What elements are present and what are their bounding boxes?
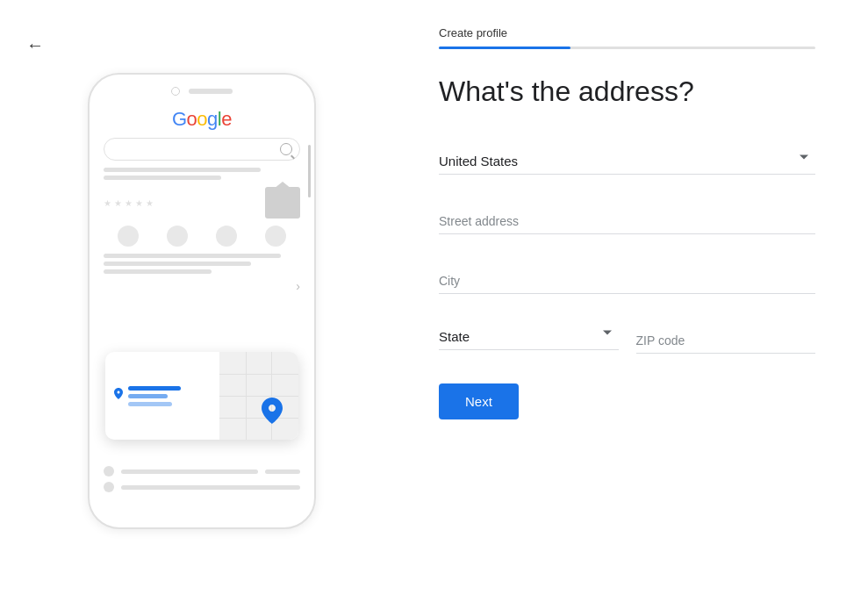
- progress-label: Create profile: [439, 26, 815, 39]
- progress-bar-container: [439, 47, 815, 49]
- line1: [104, 168, 261, 172]
- city-field: [439, 255, 815, 294]
- country-field: United States Canada United Kingdom Aust…: [439, 140, 815, 175]
- phone-content-lines2: [104, 254, 300, 274]
- zip-field: [636, 315, 816, 354]
- stars-row: ★ ★ ★ ★ ★: [104, 187, 300, 219]
- back-button[interactable]: ←: [26, 35, 44, 55]
- shop-icon: [265, 187, 300, 219]
- location-pin-icon: [114, 388, 123, 399]
- state-field: State Alabama Alaska Arizona California …: [439, 315, 619, 354]
- phone-camera: [171, 87, 180, 96]
- line2: [104, 176, 221, 180]
- search-icon: [280, 143, 292, 155]
- phone-scrollbar: [308, 145, 311, 197]
- map-card-left: [105, 352, 219, 440]
- action-icon-2: [167, 226, 188, 247]
- action-icon-4: [265, 226, 286, 247]
- phone-screen-content: Google ★ ★ ★ ★ ★: [90, 101, 314, 527]
- map-thumbnail: [219, 352, 298, 440]
- phone-top-bar: [90, 75, 314, 101]
- back-arrow-icon: ←: [26, 35, 44, 54]
- star-rating: ★ ★ ★ ★ ★: [104, 198, 154, 207]
- location-pin-row: [114, 386, 211, 406]
- google-logo: Google: [104, 108, 300, 131]
- address-form: United States Canada United Kingdom Aust…: [439, 140, 815, 419]
- state-select-wrapper[interactable]: State Alabama Alaska Arizona California …: [439, 315, 619, 350]
- chevron-right-icon: ›: [104, 279, 300, 293]
- action-icon-1: [118, 226, 139, 247]
- map-pin-large-icon: [262, 398, 283, 427]
- phone-search-bar: [104, 138, 300, 161]
- action-icon-3: [216, 226, 237, 247]
- phone-speaker: [189, 89, 233, 94]
- progress-bar-fill: [439, 47, 570, 49]
- phone-illustration: Google ★ ★ ★ ★ ★: [88, 73, 316, 529]
- map-card: [105, 352, 298, 440]
- city-input[interactable]: [439, 255, 815, 294]
- phone-bottom-rows: [90, 466, 314, 492]
- phone-action-icons: [104, 226, 300, 247]
- progress-header: Create profile: [439, 26, 815, 49]
- street-address-field: [439, 196, 815, 234]
- next-button[interactable]: Next: [439, 383, 519, 419]
- street-address-input[interactable]: [439, 196, 815, 234]
- country-select[interactable]: United States Canada United Kingdom Aust…: [439, 140, 815, 174]
- form-title: What's the address?: [439, 75, 815, 108]
- right-panel: Create profile What's the address? Unite…: [404, 0, 868, 602]
- state-select[interactable]: State Alabama Alaska Arizona California …: [439, 315, 619, 349]
- phone-content-lines: [104, 168, 300, 180]
- state-zip-row: State Alabama Alaska Arizona California …: [439, 315, 815, 354]
- map-card-text-lines: [128, 386, 181, 406]
- country-select-wrapper[interactable]: United States Canada United Kingdom Aust…: [439, 140, 815, 175]
- zip-input[interactable]: [636, 315, 816, 354]
